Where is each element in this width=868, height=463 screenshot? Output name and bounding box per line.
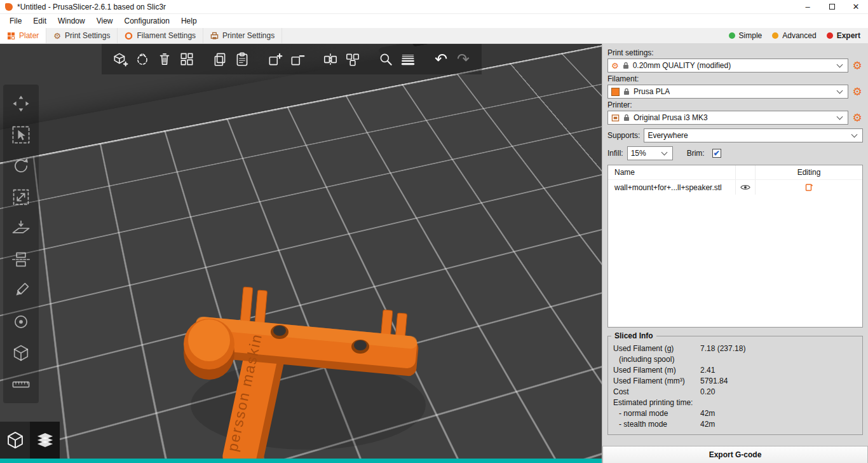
export-gcode-button[interactable]: Export G-code bbox=[602, 446, 868, 463]
delete-icon[interactable] bbox=[133, 50, 152, 69]
search-icon[interactable] bbox=[376, 50, 395, 69]
filament-combo[interactable]: Prusa PLA bbox=[607, 85, 848, 99]
add-object-icon[interactable] bbox=[111, 50, 130, 69]
object-list-header: Name Editing bbox=[608, 165, 862, 180]
editor-view-button[interactable] bbox=[0, 422, 30, 459]
menu-edit[interactable]: Edit bbox=[27, 17, 52, 25]
redo-icon[interactable]: ↷ bbox=[454, 50, 473, 69]
close-button[interactable]: ✕ bbox=[844, 0, 868, 13]
seam-icon[interactable] bbox=[10, 310, 32, 333]
lock-icon bbox=[623, 88, 630, 95]
mode-simple[interactable]: Simple bbox=[729, 31, 763, 40]
tab-label: Filament Settings bbox=[137, 31, 196, 40]
delete-all-icon[interactable] bbox=[155, 50, 174, 69]
mode-advanced[interactable]: Advanced bbox=[772, 31, 816, 40]
infill-value: 15% bbox=[631, 149, 646, 158]
sliced-info-title: Sliced Info bbox=[611, 331, 656, 340]
menu-view[interactable]: View bbox=[91, 17, 119, 25]
printer-label: Printer: bbox=[607, 100, 863, 109]
tab-label: Plater bbox=[19, 31, 39, 40]
tab-bar: Plater ⚙ Print Settings Filament Setting… bbox=[0, 28, 868, 44]
sliced-value: 42m bbox=[700, 409, 857, 418]
print-settings-gear-icon: ⚙ bbox=[53, 32, 61, 40]
supports-combo[interactable]: Everywhere bbox=[644, 128, 863, 142]
side-panel: Print settings: ⚙ 0.20mm QUALITY (modifi… bbox=[602, 44, 868, 463]
view-mode-buttons bbox=[0, 422, 60, 459]
maximize-button[interactable] bbox=[820, 0, 844, 13]
paste-icon[interactable] bbox=[233, 50, 252, 69]
cut-icon[interactable] bbox=[10, 248, 32, 271]
editing-button[interactable] bbox=[756, 180, 862, 195]
split-parts-icon[interactable] bbox=[343, 50, 362, 69]
chevron-down-icon bbox=[851, 131, 858, 137]
lock-icon bbox=[623, 114, 630, 121]
measure-icon[interactable] bbox=[10, 373, 32, 396]
visibility-column bbox=[735, 165, 756, 179]
rotate-icon[interactable] bbox=[10, 155, 32, 177]
sliced-label: - normal mode bbox=[613, 409, 700, 418]
printer-icon bbox=[210, 32, 219, 40]
brim-checkbox[interactable]: ✔ bbox=[712, 149, 721, 158]
printer-gear-button[interactable]: ⚙ bbox=[851, 113, 863, 123]
print-settings-gear-button[interactable]: ⚙ bbox=[851, 60, 863, 71]
scale-icon[interactable] bbox=[10, 186, 32, 209]
visibility-toggle[interactable] bbox=[735, 180, 756, 195]
chevron-down-icon bbox=[837, 61, 843, 67]
split-objects-icon[interactable] bbox=[321, 50, 340, 69]
sliced-value: 0.20 bbox=[700, 387, 857, 396]
editor-view-cube-icon bbox=[4, 429, 26, 451]
viewport-bottom-strip bbox=[0, 459, 602, 463]
simple-mode-dot-icon bbox=[729, 32, 735, 39]
app-icon bbox=[5, 3, 13, 11]
title-bar: *Untitled - PrusaSlicer-2.6.1 based on S… bbox=[0, 0, 868, 14]
print-settings-value: 0.20mm QUALITY (modified) bbox=[633, 61, 731, 70]
filament-color-swatch bbox=[611, 88, 620, 96]
copy-icon[interactable] bbox=[210, 50, 229, 69]
tab-print-settings[interactable]: ⚙ Print Settings bbox=[46, 28, 118, 43]
paint-support-icon[interactable] bbox=[10, 279, 32, 302]
filament-value: Prusa PLA bbox=[634, 87, 670, 96]
arrange-icon[interactable] bbox=[177, 50, 196, 69]
sliced-label: Estimated printing time: bbox=[613, 398, 700, 407]
remove-instance-icon[interactable] bbox=[288, 50, 307, 69]
mode-expert[interactable]: Expert bbox=[827, 31, 860, 40]
filament-gear-button[interactable]: ⚙ bbox=[851, 86, 863, 97]
sliced-info-box: Sliced Info Used Filament (g)7.18 (237.1… bbox=[607, 336, 863, 435]
menu-help[interactable]: Help bbox=[175, 17, 203, 25]
infill-combo[interactable]: 15% bbox=[627, 146, 673, 160]
place-on-face-icon[interactable] bbox=[10, 217, 32, 240]
move-icon[interactable] bbox=[10, 92, 32, 115]
lock-icon bbox=[623, 62, 629, 69]
minimize-button[interactable]: – bbox=[796, 0, 820, 13]
preview-view-button[interactable] bbox=[30, 422, 60, 459]
brim-label: Brim: bbox=[687, 149, 705, 158]
menu-configuration[interactable]: Configuration bbox=[119, 17, 175, 25]
sliced-value: 2.41 bbox=[700, 366, 857, 375]
main-area: persson maskin ↶ ↷ bbox=[0, 44, 868, 463]
object-list-row[interactable]: wall+mount+for+...ll+speaker.stl bbox=[608, 180, 862, 195]
menu-window[interactable]: Window bbox=[52, 17, 91, 25]
tab-filament-settings[interactable]: Filament Settings bbox=[118, 28, 203, 43]
expert-mode-dot-icon bbox=[827, 32, 833, 39]
printer-combo[interactable]: Original Prusa i3 MK3 bbox=[607, 111, 848, 125]
checkmark-icon: ✔ bbox=[714, 149, 720, 157]
sliced-value: 42m bbox=[700, 420, 857, 429]
tab-printer-settings[interactable]: Printer Settings bbox=[203, 28, 282, 43]
plater-icon bbox=[7, 32, 15, 40]
viewport-left-toolbar bbox=[3, 85, 39, 403]
select-icon[interactable] bbox=[10, 123, 32, 146]
supports-label: Supports: bbox=[607, 131, 640, 140]
sliced-label: - stealth mode bbox=[613, 420, 700, 429]
add-instance-icon[interactable] bbox=[266, 50, 285, 69]
viewport-3d[interactable]: persson maskin ↶ ↷ bbox=[0, 44, 602, 463]
filament-icon bbox=[125, 32, 133, 40]
mmu-paint-icon[interactable] bbox=[10, 342, 32, 364]
variable-layer-height-icon[interactable] bbox=[398, 50, 417, 69]
advanced-mode-dot-icon bbox=[772, 32, 778, 39]
model-3d-object[interactable]: persson maskin bbox=[181, 272, 435, 463]
supports-value: Everywhere bbox=[648, 131, 688, 140]
undo-icon[interactable]: ↶ bbox=[431, 50, 451, 69]
print-settings-combo[interactable]: ⚙ 0.20mm QUALITY (modified) bbox=[607, 59, 848, 73]
menu-file[interactable]: File bbox=[4, 17, 27, 25]
tab-plater[interactable]: Plater bbox=[0, 28, 46, 43]
